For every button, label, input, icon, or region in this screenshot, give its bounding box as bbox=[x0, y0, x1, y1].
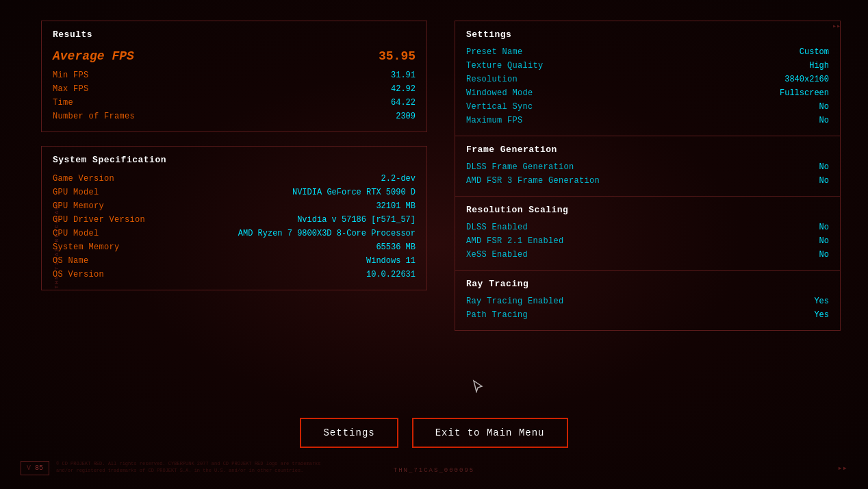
xess-enabled-row: XeSS Enabled No bbox=[466, 248, 829, 262]
resolution-scaling-section: Resolution Scaling DLSS Enabled No AMD F… bbox=[455, 196, 841, 270]
ray-tracing-enabled-value: Yes bbox=[814, 297, 829, 306]
game-version-row: Game Version 2.2-dev bbox=[53, 172, 416, 186]
resolution-label: Resolution bbox=[466, 75, 518, 84]
ray-tracing-enabled-label: Ray Tracing Enabled bbox=[466, 297, 564, 306]
fsr21-enabled-label: AMD FSR 2.1 Enabled bbox=[466, 236, 564, 246]
texture-value: High bbox=[809, 61, 829, 71]
max-fps-value: 42.92 bbox=[391, 84, 416, 94]
frames-label: Number of Frames bbox=[53, 112, 135, 121]
ray-tracing-title: Ray Tracing bbox=[466, 279, 829, 289]
fsr3-frame-gen-label: AMD FSR 3 Frame Generation bbox=[466, 176, 600, 186]
gpu-driver-label: GPU Driver Version bbox=[53, 215, 145, 225]
resolution-value: 3840x2160 bbox=[784, 75, 829, 84]
left-panel: Results Average FPS 35.95 Min FPS 31.91 … bbox=[41, 21, 427, 475]
min-fps-value: 31.91 bbox=[391, 71, 416, 80]
texture-quality-row: Texture Quality High bbox=[466, 59, 829, 73]
dlss-frame-gen-label: DLSS Frame Generation bbox=[466, 162, 574, 172]
preset-name-row: Preset Name Custom bbox=[466, 45, 829, 59]
cpu-model-row: CPU Model AMD Ryzen 7 9800X3D 8-Core Pro… bbox=[53, 227, 416, 240]
preset-label: Preset Name bbox=[466, 47, 523, 57]
min-fps-row: Min FPS 31.91 bbox=[53, 68, 416, 82]
game-version-value: 2.2-dev bbox=[381, 174, 416, 184]
dlss-enabled-label: DLSS Enabled bbox=[466, 223, 528, 232]
settings-section: Settings Preset Name Custom Texture Qual… bbox=[455, 21, 841, 136]
max-fps-row: Max FPS 42.92 bbox=[53, 82, 416, 96]
ray-tracing-enabled-row: Ray Tracing Enabled Yes bbox=[466, 294, 829, 308]
system-memory-value: 65536 MB bbox=[376, 242, 416, 252]
vsync-value: No bbox=[819, 102, 829, 112]
xess-enabled-value: No bbox=[819, 250, 829, 260]
gpu-memory-label: GPU Memory bbox=[53, 201, 104, 211]
windowed-row: Windowed Mode Fullscreen bbox=[466, 86, 829, 100]
max-fps-row: Maximum FPS No bbox=[466, 114, 829, 127]
vsync-row: Vertical Sync No bbox=[466, 100, 829, 114]
xess-enabled-label: XeSS Enabled bbox=[466, 250, 528, 260]
fsr21-enabled-value: No bbox=[819, 236, 829, 246]
cpu-model-value: AMD Ryzen 7 9800X3D 8-Core Processor bbox=[238, 229, 416, 238]
dlss-frame-gen-row: DLSS Frame Generation No bbox=[466, 160, 829, 174]
time-row: Time 64.22 bbox=[53, 96, 416, 110]
system-section: System Specification Game Version 2.2-de… bbox=[41, 146, 427, 290]
os-version-value: 10.0.22631 bbox=[366, 270, 416, 279]
game-version-label: Game Version bbox=[53, 174, 114, 184]
windowed-label: Windowed Mode bbox=[466, 88, 533, 98]
path-tracing-label: Path Tracing bbox=[466, 310, 528, 320]
os-name-value: Windows 11 bbox=[366, 256, 416, 266]
right-panel: Settings Preset Name Custom Texture Qual… bbox=[455, 21, 841, 475]
gpu-memory-value: 32101 MB bbox=[376, 201, 416, 211]
preset-value: Custom bbox=[800, 47, 829, 57]
fsr21-enabled-row: AMD FSR 2.1 Enabled No bbox=[466, 234, 829, 248]
average-fps-value: 35.95 bbox=[379, 49, 416, 63]
ray-tracing-section: Ray Tracing Ray Tracing Enabled Yes Path… bbox=[455, 270, 841, 331]
dlss-enabled-value: No bbox=[819, 223, 829, 232]
gpu-driver-value: Nvidia v 57186 [r571_57] bbox=[297, 215, 416, 225]
gpu-memory-row: GPU Memory 32101 MB bbox=[53, 199, 416, 213]
max-fps-label: Maximum FPS bbox=[466, 116, 523, 125]
gpu-model-value: NVIDIA GeForce RTX 5090 D bbox=[292, 188, 416, 197]
system-memory-label: System Memory bbox=[53, 242, 120, 252]
dlss-enabled-row: DLSS Enabled No bbox=[466, 221, 829, 234]
res-scaling-title: Resolution Scaling bbox=[466, 205, 829, 215]
gpu-model-label: GPU Model bbox=[53, 188, 99, 197]
os-name-row: OS Name Windows 11 bbox=[53, 254, 416, 268]
gpu-model-row: GPU Model NVIDIA GeForce RTX 5090 D bbox=[53, 186, 416, 199]
average-fps-label: Average FPS bbox=[53, 49, 134, 63]
results-title: Results bbox=[53, 29, 416, 40]
os-version-row: OS Version 10.0.22631 bbox=[53, 268, 416, 281]
settings-title: Settings bbox=[466, 29, 829, 40]
frame-gen-title: Frame Generation bbox=[466, 145, 829, 155]
max-fps-value: No bbox=[819, 116, 829, 125]
os-name-label: OS Name bbox=[53, 256, 89, 266]
results-section: Results Average FPS 35.95 Min FPS 31.91 … bbox=[41, 21, 427, 132]
time-value: 64.22 bbox=[391, 98, 416, 108]
frames-row: Number of Frames 2309 bbox=[53, 110, 416, 123]
fsr3-frame-gen-row: AMD FSR 3 Frame Generation No bbox=[466, 174, 829, 188]
texture-label: Texture Quality bbox=[466, 61, 544, 71]
max-fps-label: Max FPS bbox=[53, 84, 89, 94]
time-label: Time bbox=[53, 98, 73, 108]
resolution-row: Resolution 3840x2160 bbox=[466, 73, 829, 86]
gpu-driver-row: GPU Driver Version Nvidia v 57186 [r571_… bbox=[53, 213, 416, 227]
windowed-value: Fullscreen bbox=[780, 88, 829, 98]
path-tracing-row: Path Tracing Yes bbox=[466, 308, 829, 322]
path-tracing-value: Yes bbox=[814, 310, 829, 320]
fsr3-frame-gen-value: No bbox=[819, 176, 829, 186]
system-title: System Specification bbox=[53, 155, 416, 165]
dlss-frame-gen-value: No bbox=[819, 162, 829, 172]
average-fps-row: Average FPS 35.95 bbox=[53, 47, 416, 66]
system-memory-row: System Memory 65536 MB bbox=[53, 240, 416, 254]
vsync-label: Vertical Sync bbox=[466, 102, 533, 112]
min-fps-label: Min FPS bbox=[53, 71, 89, 80]
main-container: Results Average FPS 35.95 Min FPS 31.91 … bbox=[0, 0, 868, 489]
frames-value: 2309 bbox=[396, 112, 416, 121]
os-version-label: OS Version bbox=[53, 270, 104, 279]
frame-generation-section: Frame Generation DLSS Frame Generation N… bbox=[455, 136, 841, 196]
cpu-model-label: CPU Model bbox=[53, 229, 99, 238]
